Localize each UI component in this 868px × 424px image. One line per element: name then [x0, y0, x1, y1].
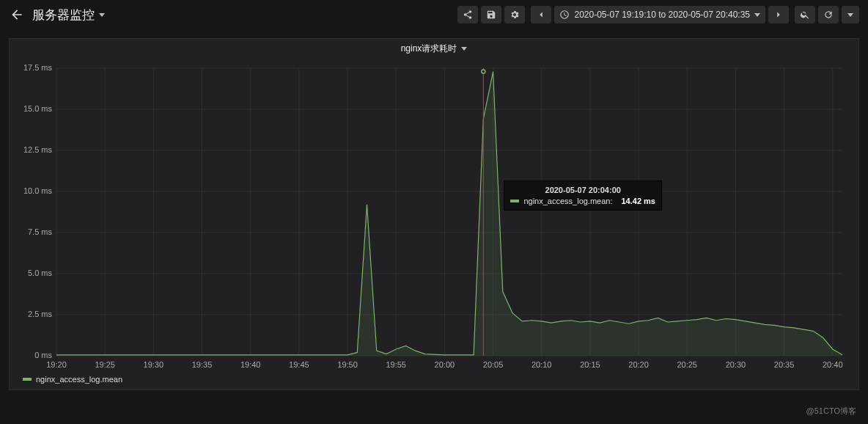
chevron-down-icon — [461, 47, 467, 51]
panel-title[interactable]: nginx请求耗时 — [10, 39, 858, 58]
svg-text:12.5 ms: 12.5 ms — [23, 145, 53, 154]
save-button[interactable] — [481, 6, 501, 23]
svg-text:19:20: 19:20 — [46, 360, 67, 369]
svg-text:19:40: 19:40 — [240, 360, 261, 369]
svg-text:19:55: 19:55 — [386, 360, 406, 369]
svg-text:5.0 ms: 5.0 ms — [28, 268, 52, 277]
svg-text:0 ms: 0 ms — [34, 351, 52, 359]
panel-title-text: nginx请求耗时 — [401, 43, 457, 55]
toolbar-group-view — [795, 6, 859, 23]
svg-text:20:25: 20:25 — [677, 360, 697, 369]
dashboard-title[interactable]: 服务器监控 — [32, 7, 105, 23]
toolbar-group-time: 2020-05-07 19:19:10 to 2020-05-07 20:40:… — [531, 6, 789, 23]
svg-text:2.5 ms: 2.5 ms — [28, 310, 52, 318]
chevron-down-icon — [99, 13, 105, 17]
svg-text:20:20: 20:20 — [628, 360, 649, 369]
svg-text:19:50: 19:50 — [337, 360, 358, 369]
time-range-picker[interactable]: 2020-05-07 19:19:10 to 2020-05-07 20:40:… — [554, 6, 765, 23]
refresh-button[interactable] — [818, 6, 839, 23]
zoom-out-button[interactable] — [795, 6, 815, 23]
svg-text:19:45: 19:45 — [289, 360, 309, 369]
refresh-interval-menu[interactable] — [842, 6, 859, 23]
svg-text:20:10: 20:10 — [532, 360, 552, 369]
svg-text:10.0 ms: 10.0 ms — [23, 186, 53, 195]
svg-text:19:35: 19:35 — [192, 360, 213, 369]
chevron-down-icon — [754, 13, 760, 17]
toolbar-group-actions — [457, 6, 525, 23]
svg-text:20:05: 20:05 — [483, 360, 504, 369]
svg-text:20:40: 20:40 — [823, 360, 843, 369]
time-forward-button[interactable] — [768, 6, 789, 23]
svg-text:17.5 ms: 17.5 ms — [23, 63, 53, 72]
share-button[interactable] — [457, 6, 478, 23]
svg-text:7.5 ms: 7.5 ms — [28, 227, 52, 236]
svg-text:15.0 ms: 15.0 ms — [23, 104, 53, 113]
chart-legend[interactable]: nginx_access_log.mean — [10, 372, 858, 390]
chevron-down-icon — [847, 13, 853, 17]
line-chart: 0 ms2.5 ms5.0 ms7.5 ms10.0 ms12.5 ms15.0… — [14, 62, 850, 372]
svg-text:19:25: 19:25 — [95, 360, 115, 369]
clock-icon — [559, 10, 570, 20]
settings-button[interactable] — [504, 6, 525, 23]
legend-series-name: nginx_access_log.mean — [36, 375, 122, 384]
svg-text:20:15: 20:15 — [580, 360, 600, 369]
back-button[interactable] — [9, 7, 25, 23]
time-range-label: 2020-05-07 19:19:10 to 2020-05-07 20:40:… — [574, 10, 750, 20]
svg-text:20:35: 20:35 — [774, 360, 795, 369]
dashboard-title-text: 服务器监控 — [32, 7, 95, 23]
svg-text:19:30: 19:30 — [144, 360, 164, 369]
chart-area[interactable]: 0 ms2.5 ms5.0 ms7.5 ms10.0 ms12.5 ms15.0… — [10, 58, 858, 372]
chart-panel: nginx请求耗时 0 ms2.5 ms5.0 ms7.5 ms10.0 ms1… — [9, 38, 859, 390]
svg-point-51 — [482, 70, 485, 73]
time-back-button[interactable] — [531, 6, 551, 23]
svg-text:20:00: 20:00 — [435, 360, 455, 369]
svg-text:20:30: 20:30 — [726, 360, 746, 369]
top-navbar: 服务器监控 2020-05-07 19:19:10 to 2020-05-07 … — [0, 0, 868, 29]
legend-swatch — [23, 378, 32, 381]
